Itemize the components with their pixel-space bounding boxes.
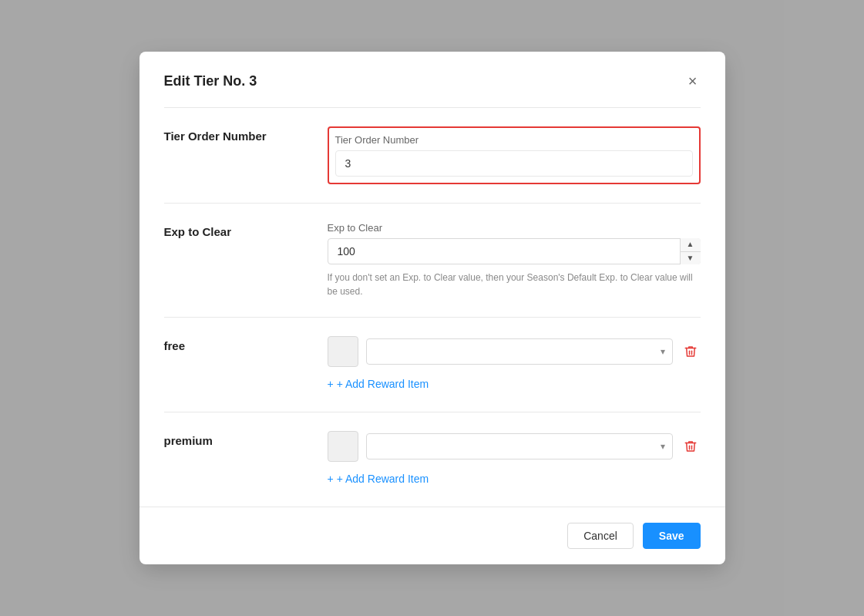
tier-order-field-label: Tier Order Number	[335, 134, 693, 146]
free-section: free ▾	[164, 317, 701, 412]
tier-order-field: Tier Order Number	[328, 126, 701, 184]
save-button[interactable]: Save	[643, 523, 701, 549]
premium-label: premium	[164, 431, 303, 447]
exp-to-clear-field: Exp to Clear ▲ ▼ If you don't set an Exp…	[328, 222, 701, 298]
modal-footer: Cancel Save	[140, 507, 725, 564]
premium-trash-icon	[684, 439, 698, 453]
premium-section: premium ▾	[164, 412, 701, 507]
exp-to-clear-spinner-wrapper: ▲ ▼	[328, 238, 701, 264]
exp-to-clear-input[interactable]	[328, 238, 701, 264]
premium-reward-row: ▾	[328, 431, 701, 462]
premium-reward-select-wrapper: ▾	[366, 433, 673, 459]
exp-to-clear-label: Exp to Clear	[164, 222, 303, 238]
free-trash-icon	[684, 345, 698, 358]
premium-delete-button[interactable]	[681, 436, 701, 456]
edit-tier-modal: Edit Tier No. 3 × Tier Order Number Tier…	[140, 52, 725, 564]
modal-body: Tier Order Number Tier Order Number Exp …	[140, 107, 725, 507]
modal-overlay: Edit Tier No. 3 × Tier Order Number Tier…	[0, 0, 864, 616]
free-plus-icon: +	[328, 378, 334, 390]
exp-to-clear-field-label: Exp to Clear	[328, 222, 701, 234]
premium-add-reward-button[interactable]: + + Add Reward Item	[328, 470, 429, 488]
close-button[interactable]: ×	[685, 70, 701, 92]
premium-reward-select[interactable]	[366, 433, 673, 459]
free-field: ▾ +	[328, 336, 701, 393]
premium-field: ▾ +	[328, 431, 701, 488]
tier-order-section: Tier Order Number Tier Order Number	[164, 107, 701, 203]
tier-order-input[interactable]	[335, 150, 693, 177]
exp-to-clear-section: Exp to Clear Exp to Clear ▲ ▼ If you don…	[164, 203, 701, 317]
free-delete-button[interactable]	[681, 342, 701, 362]
exp-to-clear-hint: If you don't set an Exp. to Clear value,…	[328, 271, 701, 298]
free-reward-select-wrapper: ▾	[366, 338, 673, 365]
free-reward-thumbnail	[328, 336, 358, 367]
free-add-reward-button[interactable]: + + Add Reward Item	[328, 375, 429, 393]
tier-order-label: Tier Order Number	[164, 126, 303, 143]
spinner-up-button[interactable]: ▲	[681, 238, 701, 252]
modal-header: Edit Tier No. 3 ×	[140, 52, 725, 107]
premium-plus-icon: +	[328, 473, 334, 485]
spinner-buttons: ▲ ▼	[680, 238, 701, 264]
premium-reward-thumbnail	[328, 431, 358, 462]
tier-order-red-border: Tier Order Number	[328, 126, 701, 184]
premium-add-reward-label: + Add Reward Item	[337, 473, 429, 485]
cancel-button[interactable]: Cancel	[567, 523, 634, 549]
free-add-reward-label: + Add Reward Item	[337, 378, 429, 390]
free-reward-select[interactable]	[366, 338, 673, 365]
free-label: free	[164, 336, 303, 352]
free-reward-row: ▾	[328, 336, 701, 367]
modal-title: Edit Tier No. 3	[164, 73, 257, 89]
spinner-down-button[interactable]: ▼	[681, 252, 701, 265]
